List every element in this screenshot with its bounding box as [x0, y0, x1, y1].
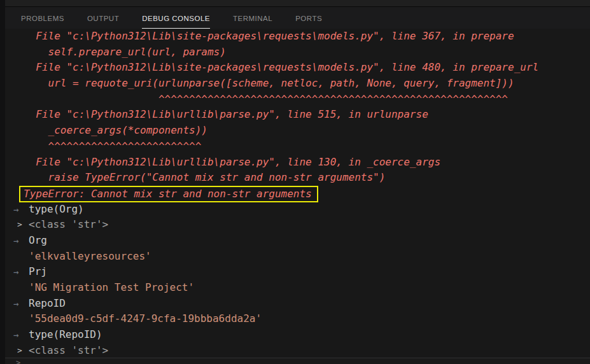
traceback-line: File "c:\Python312\Lib\site-packages\req…: [5, 60, 590, 76]
traceback-line: File "c:\Python312\Lib\urllib\parse.py",…: [5, 155, 590, 171]
traceback-line: File "c:\Python312\Lib\urllib\parse.py",…: [5, 107, 590, 123]
console-input-arrow-icon: →: [13, 233, 18, 249]
panel-tab-bar: PROBLEMS OUTPUT DEBUG CONSOLE TERMINAL P…: [5, 6, 590, 29]
tab-problems[interactable]: PROBLEMS: [21, 7, 64, 29]
console-prompt-icon: >: [16, 358, 20, 364]
debug-console-output: File "c:\Python312\Lib\site-packages\req…: [5, 29, 590, 358]
console-input-arrow-icon: →: [13, 264, 18, 280]
repl-result-line: ><class 'str'>: [5, 343, 590, 359]
expand-chevron-icon[interactable]: >: [17, 217, 22, 233]
console-input-divider: [0, 358, 590, 358]
traceback-line: _coerce_args(*components)): [5, 123, 590, 139]
repl-input-line: →type(RepoID): [5, 327, 590, 343]
traceback-line: File "c:\Python312\Lib\site-packages\req…: [5, 29, 590, 45]
tab-ports[interactable]: PORTS: [295, 7, 322, 29]
traceback-line: url = requote_uri(urlunparse([scheme, ne…: [5, 76, 590, 92]
editor-sliver: 27 def GetRepositories(Org, Prj):: [5, 0, 590, 6]
repl-input-line: →type(Org): [5, 202, 590, 218]
console-input-arrow-icon: →: [13, 296, 18, 312]
console-input-field[interactable]: >: [5, 358, 590, 364]
expand-chevron-icon[interactable]: >: [17, 343, 22, 359]
repl-string-result-line: 'NG Migration Test Project': [5, 280, 590, 296]
error-message-line: TypeError: Cannot mix str and non-str ar…: [5, 186, 590, 202]
repl-input-line: →Prj: [5, 264, 590, 280]
repl-result-line: ><class 'str'>: [5, 217, 590, 233]
repl-string-result-line: '55dea0d9-c5df-4247-9cfa-19bbba6dda2a': [5, 311, 590, 327]
editor-line: 27 def GetRepositories(Org, Prj):: [5, 0, 28, 6]
window-left-edge: [0, 0, 5, 364]
console-input-arrow-icon: →: [13, 327, 18, 343]
repl-input-line: →RepoID: [5, 296, 590, 312]
repl-string-result-line: 'elkvalleyresources': [5, 249, 590, 265]
traceback-caret-line: ^^^^^^^^^^^^^^^^^^^^^^^^^: [5, 139, 590, 155]
tab-output[interactable]: OUTPUT: [87, 7, 119, 29]
tab-terminal[interactable]: TERMINAL: [233, 7, 272, 29]
traceback-line: raise TypeError("Cannot mix str and non-…: [5, 170, 590, 186]
console-input-arrow-icon: →: [13, 202, 18, 218]
repl-input-line: →Org: [5, 233, 590, 249]
traceback-caret-line: ^^^^^^^^^^^^^^^^^^^^^^^^^^^^^^^^^^^^^^^^…: [5, 92, 590, 108]
error-message-highlight: TypeError: Cannot mix str and non-str ar…: [19, 186, 318, 202]
tab-debug-console[interactable]: DEBUG CONSOLE: [142, 7, 210, 29]
traceback-line: self.prepare_url(url, params): [5, 45, 590, 60]
